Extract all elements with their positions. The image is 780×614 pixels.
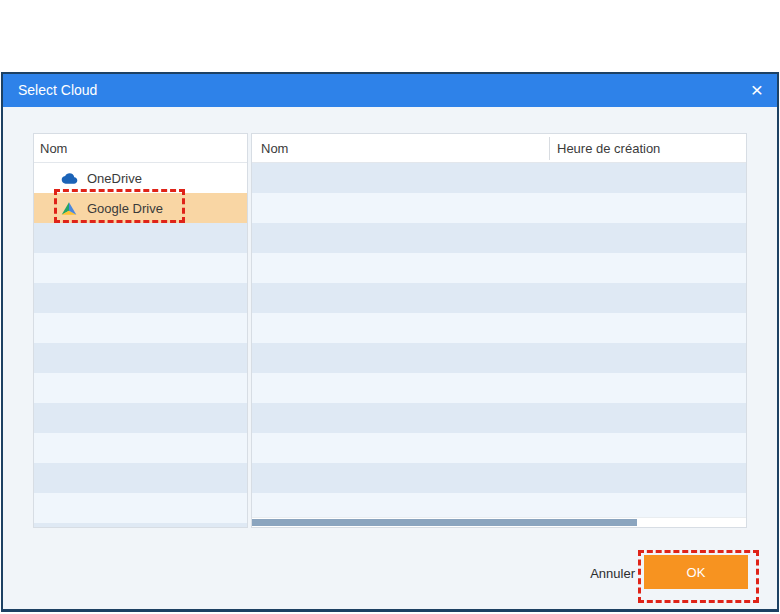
files-column-header-row: Nom Heure de création xyxy=(252,134,746,163)
close-button[interactable]: × xyxy=(743,74,771,107)
horizontal-scrollbar-track[interactable] xyxy=(252,517,746,527)
files-panel: Nom Heure de création xyxy=(251,133,747,528)
cloud-list-header-label: Nom xyxy=(40,141,67,156)
empty-rows-left xyxy=(34,223,247,527)
list-item-google-drive[interactable]: Google Drive xyxy=(34,193,247,223)
cancel-button[interactable]: Annuler xyxy=(563,564,635,584)
dialog-titlebar: Select Cloud × xyxy=(3,74,777,107)
list-item-onedrive[interactable]: OneDrive xyxy=(34,163,247,193)
google-drive-icon xyxy=(61,200,78,216)
onedrive-cloud-icon xyxy=(61,170,78,186)
horizontal-scrollbar-thumb[interactable] xyxy=(252,519,637,526)
files-column-heure[interactable]: Heure de création xyxy=(557,134,660,163)
list-item-label: OneDrive xyxy=(87,171,142,186)
select-cloud-dialog: Select Cloud × Nom OneDrive Googl xyxy=(1,72,779,612)
list-item-label: Google Drive xyxy=(87,201,163,216)
files-column-nom[interactable]: Nom xyxy=(261,141,288,156)
close-icon: × xyxy=(751,78,763,101)
ok-button[interactable]: OK xyxy=(644,555,748,589)
cloud-list-panel: Nom OneDrive Google Drive xyxy=(33,133,248,528)
cloud-list-column-header[interactable]: Nom xyxy=(34,134,247,163)
empty-rows-right xyxy=(252,163,746,527)
dialog-title: Select Cloud xyxy=(18,74,97,107)
column-divider[interactable] xyxy=(549,137,550,160)
